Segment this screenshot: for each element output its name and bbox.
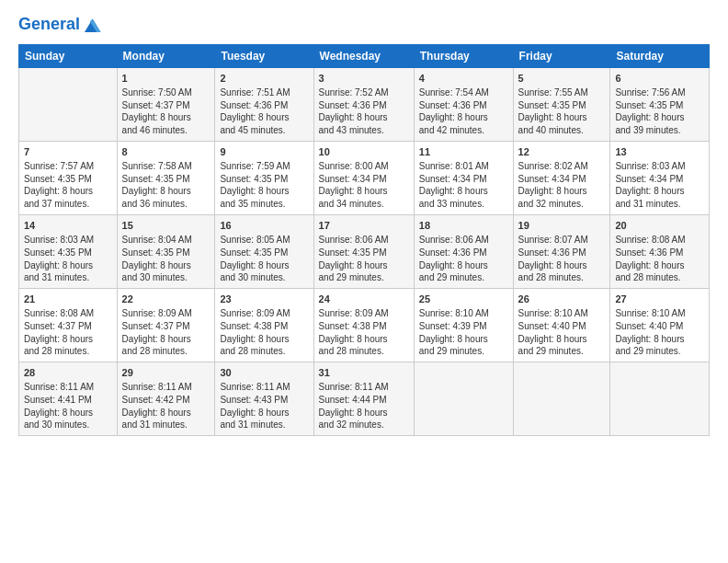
day-number: 15 bbox=[122, 219, 210, 233]
header: General bbox=[18, 15, 710, 35]
day-number: 11 bbox=[419, 145, 508, 159]
day-info: Sunrise: 8:09 AM Sunset: 4:38 PM Dayligh… bbox=[319, 307, 409, 358]
day-number: 31 bbox=[319, 366, 409, 380]
day-info: Sunrise: 8:00 AM Sunset: 4:34 PM Dayligh… bbox=[319, 160, 409, 211]
day-info: Sunrise: 8:11 AM Sunset: 4:43 PM Dayligh… bbox=[220, 381, 308, 431]
day-info: Sunrise: 8:10 AM Sunset: 4:39 PM Dayligh… bbox=[419, 307, 508, 358]
calendar-cell: 15Sunrise: 8:04 AM Sunset: 4:35 PM Dayli… bbox=[117, 215, 215, 289]
calendar-cell: 11Sunrise: 8:01 AM Sunset: 4:34 PM Dayli… bbox=[414, 142, 513, 215]
calendar-cell: 8Sunrise: 7:58 AM Sunset: 4:35 PM Daylig… bbox=[117, 142, 215, 215]
day-number: 27 bbox=[615, 293, 704, 306]
calendar-cell: 18Sunrise: 8:06 AM Sunset: 4:36 PM Dayli… bbox=[414, 215, 513, 289]
calendar-cell: 7Sunrise: 7:57 AM Sunset: 4:35 PM Daylig… bbox=[19, 142, 118, 215]
day-number: 16 bbox=[220, 219, 308, 233]
day-info: Sunrise: 7:57 AM Sunset: 4:35 PM Dayligh… bbox=[24, 160, 112, 211]
calendar-cell: 22Sunrise: 8:09 AM Sunset: 4:37 PM Dayli… bbox=[117, 289, 215, 362]
calendar-cell: 27Sunrise: 8:10 AM Sunset: 4:40 PM Dayli… bbox=[610, 289, 710, 362]
page: General SundayMondayTuesdayWednesdayThur… bbox=[0, 0, 728, 563]
calendar-cell: 25Sunrise: 8:10 AM Sunset: 4:39 PM Dayli… bbox=[414, 289, 513, 362]
day-info: Sunrise: 7:59 AM Sunset: 4:35 PM Dayligh… bbox=[220, 160, 308, 211]
day-number: 29 bbox=[122, 366, 210, 380]
day-number: 17 bbox=[319, 219, 409, 233]
day-number: 24 bbox=[319, 293, 409, 306]
calendar-cell: 28Sunrise: 8:11 AM Sunset: 4:41 PM Dayli… bbox=[19, 362, 118, 436]
day-info: Sunrise: 7:56 AM Sunset: 4:35 PM Dayligh… bbox=[615, 86, 704, 137]
day-number: 10 bbox=[319, 145, 409, 159]
day-number: 14 bbox=[24, 219, 112, 233]
day-number: 5 bbox=[518, 72, 606, 86]
day-info: Sunrise: 8:11 AM Sunset: 4:41 PM Dayligh… bbox=[24, 381, 112, 431]
weekday-header-wednesday: Wednesday bbox=[313, 45, 414, 68]
day-info: Sunrise: 8:01 AM Sunset: 4:34 PM Dayligh… bbox=[419, 160, 508, 211]
calendar-cell: 1Sunrise: 7:50 AM Sunset: 4:37 PM Daylig… bbox=[117, 68, 215, 142]
calendar-table: SundayMondayTuesdayWednesdayThursdayFrid… bbox=[18, 44, 710, 436]
day-info: Sunrise: 8:05 AM Sunset: 4:35 PM Dayligh… bbox=[220, 234, 308, 284]
day-number: 19 bbox=[518, 219, 606, 233]
day-number: 13 bbox=[615, 145, 704, 159]
day-info: Sunrise: 8:03 AM Sunset: 4:35 PM Dayligh… bbox=[24, 234, 112, 284]
day-number: 9 bbox=[220, 145, 308, 159]
calendar-cell: 10Sunrise: 8:00 AM Sunset: 4:34 PM Dayli… bbox=[313, 142, 414, 215]
day-info: Sunrise: 8:11 AM Sunset: 4:44 PM Dayligh… bbox=[319, 381, 409, 431]
weekday-header-saturday: Saturday bbox=[610, 45, 710, 68]
day-number: 23 bbox=[220, 293, 308, 306]
day-number: 3 bbox=[319, 72, 409, 86]
day-info: Sunrise: 7:55 AM Sunset: 4:35 PM Dayligh… bbox=[518, 86, 606, 137]
day-number: 7 bbox=[24, 145, 112, 159]
day-info: Sunrise: 8:08 AM Sunset: 4:36 PM Dayligh… bbox=[615, 234, 704, 284]
calendar-cell: 17Sunrise: 8:06 AM Sunset: 4:35 PM Dayli… bbox=[313, 215, 414, 289]
calendar-week-2: 7Sunrise: 7:57 AM Sunset: 4:35 PM Daylig… bbox=[19, 142, 710, 215]
day-info: Sunrise: 7:58 AM Sunset: 4:35 PM Dayligh… bbox=[122, 160, 210, 211]
day-info: Sunrise: 7:52 AM Sunset: 4:36 PM Dayligh… bbox=[319, 86, 409, 137]
calendar-cell bbox=[414, 362, 513, 436]
day-info: Sunrise: 8:09 AM Sunset: 4:37 PM Dayligh… bbox=[122, 307, 210, 358]
day-number: 25 bbox=[419, 293, 508, 306]
day-info: Sunrise: 7:54 AM Sunset: 4:36 PM Dayligh… bbox=[419, 86, 508, 137]
day-number: 18 bbox=[419, 219, 508, 233]
calendar-week-3: 14Sunrise: 8:03 AM Sunset: 4:35 PM Dayli… bbox=[19, 215, 710, 289]
day-number: 6 bbox=[615, 72, 704, 86]
calendar-cell: 23Sunrise: 8:09 AM Sunset: 4:38 PM Dayli… bbox=[215, 289, 313, 362]
logo-icon bbox=[82, 15, 102, 35]
calendar-cell: 29Sunrise: 8:11 AM Sunset: 4:42 PM Dayli… bbox=[117, 362, 215, 436]
calendar-cell: 31Sunrise: 8:11 AM Sunset: 4:44 PM Dayli… bbox=[313, 362, 414, 436]
calendar-cell: 20Sunrise: 8:08 AM Sunset: 4:36 PM Dayli… bbox=[610, 215, 710, 289]
calendar-header-row: SundayMondayTuesdayWednesdayThursdayFrid… bbox=[19, 45, 710, 68]
calendar-cell: 2Sunrise: 7:51 AM Sunset: 4:36 PM Daylig… bbox=[215, 68, 313, 142]
day-number: 2 bbox=[220, 72, 308, 86]
calendar-cell: 30Sunrise: 8:11 AM Sunset: 4:43 PM Dayli… bbox=[215, 362, 313, 436]
calendar-week-1: 1Sunrise: 7:50 AM Sunset: 4:37 PM Daylig… bbox=[19, 68, 710, 142]
day-info: Sunrise: 8:09 AM Sunset: 4:38 PM Dayligh… bbox=[220, 307, 308, 358]
day-number: 22 bbox=[122, 293, 210, 306]
day-info: Sunrise: 8:08 AM Sunset: 4:37 PM Dayligh… bbox=[24, 307, 112, 358]
day-info: Sunrise: 8:10 AM Sunset: 4:40 PM Dayligh… bbox=[615, 307, 704, 358]
day-info: Sunrise: 8:02 AM Sunset: 4:34 PM Dayligh… bbox=[518, 160, 606, 211]
calendar-cell: 12Sunrise: 8:02 AM Sunset: 4:34 PM Dayli… bbox=[513, 142, 610, 215]
day-number: 8 bbox=[122, 145, 210, 159]
day-info: Sunrise: 8:10 AM Sunset: 4:40 PM Dayligh… bbox=[518, 307, 606, 358]
calendar-cell bbox=[513, 362, 610, 436]
day-number: 12 bbox=[518, 145, 606, 159]
day-info: Sunrise: 7:50 AM Sunset: 4:37 PM Dayligh… bbox=[122, 86, 210, 137]
calendar-week-4: 21Sunrise: 8:08 AM Sunset: 4:37 PM Dayli… bbox=[19, 289, 710, 362]
logo-text: General bbox=[18, 16, 80, 34]
day-info: Sunrise: 8:06 AM Sunset: 4:36 PM Dayligh… bbox=[419, 234, 508, 284]
weekday-header-monday: Monday bbox=[117, 45, 215, 68]
calendar-cell: 3Sunrise: 7:52 AM Sunset: 4:36 PM Daylig… bbox=[313, 68, 414, 142]
weekday-header-thursday: Thursday bbox=[414, 45, 513, 68]
day-info: Sunrise: 8:04 AM Sunset: 4:35 PM Dayligh… bbox=[122, 234, 210, 284]
day-info: Sunrise: 8:07 AM Sunset: 4:36 PM Dayligh… bbox=[518, 234, 606, 284]
day-number: 1 bbox=[122, 72, 210, 86]
day-number: 28 bbox=[24, 366, 112, 380]
weekday-header-friday: Friday bbox=[513, 45, 610, 68]
calendar-cell: 21Sunrise: 8:08 AM Sunset: 4:37 PM Dayli… bbox=[19, 289, 118, 362]
day-info: Sunrise: 7:51 AM Sunset: 4:36 PM Dayligh… bbox=[220, 86, 308, 137]
day-number: 20 bbox=[615, 219, 704, 233]
calendar-cell bbox=[610, 362, 710, 436]
day-number: 26 bbox=[518, 293, 606, 306]
logo: General bbox=[18, 15, 102, 35]
calendar-cell: 6Sunrise: 7:56 AM Sunset: 4:35 PM Daylig… bbox=[610, 68, 710, 142]
calendar-cell: 5Sunrise: 7:55 AM Sunset: 4:35 PM Daylig… bbox=[513, 68, 610, 142]
day-info: Sunrise: 8:06 AM Sunset: 4:35 PM Dayligh… bbox=[319, 234, 409, 284]
calendar-cell bbox=[19, 68, 118, 142]
